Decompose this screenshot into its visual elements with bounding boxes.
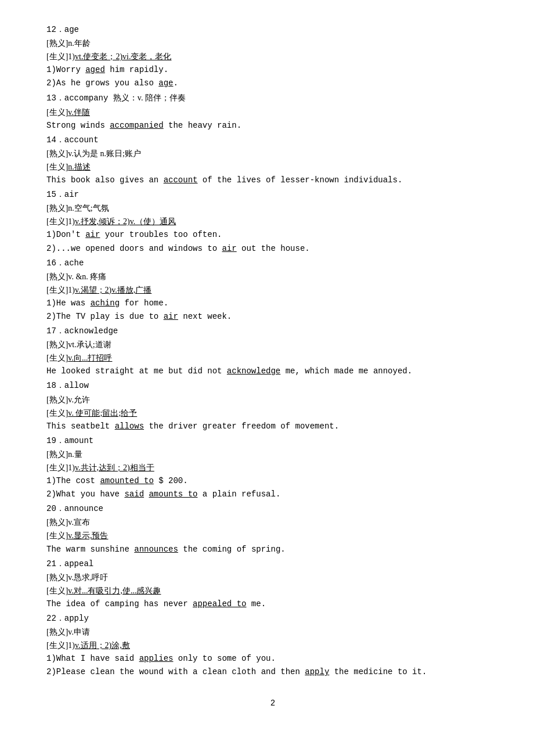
entry-14-familiar: [熟义]v.认为是 n.账日;账户 [46,147,499,160]
entry-17: 17．acknowledge [熟义]vt.承认;道谢 [生义]v.向...打招… [46,325,499,378]
entry-18-ex1: This seatbelt allows the driver greater … [46,420,499,433]
entry-16-header: 16．ache [46,257,499,270]
entry-15-ex1: 1)Don't air your troubles too often. [46,228,499,242]
entry-21-familiar: [熟义]v.恳求,呼吁 [46,571,499,584]
entry-18-new: [生义]v. 使可能;留出;给予 [46,406,499,420]
page-content: 12．age [熟义]n.年龄 [生义]1)vt.使变老；2)vi.变老，老化 … [46,23,499,710]
entry-13-ex1: Strong winds accompanied the heavy rain. [46,119,499,132]
entry-12-familiar: [熟义]n.年龄 [46,37,499,50]
entry-12-new: [生义]1)vt.使变老；2)vi.变老，老化 [46,50,499,63]
entry-22-header: 22．apply [46,612,499,625]
entry-20: 20．announce [熟义]v.宣布 [生义]v.显示,预告 The war… [46,502,499,556]
entry-12-header: 12．age [46,23,499,37]
entry-13-header: 13．accompany 熟义：v. 陪伴；伴奏 [46,91,499,105]
entry-17-new: [生义]v.向...打招呼 [46,351,499,365]
entry-16-new: [生义]1)v.渴望；2)v.播放,广播 [46,283,499,297]
entry-17-header: 17．acknowledge [46,325,499,338]
entry-19: 19．amount [熟义]n.量 [生义]1)v.共计,达到；2)相当于 1)… [46,434,499,501]
entry-22-new: [生义]1)v.适用；2)涂,敷 [46,639,499,652]
entry-22-ex2: 2)Please clean the wound with a clean cl… [46,665,499,679]
entry-14: 14．account [熟义]v.认为是 n.账日;账户 [生义]n.描述 Th… [46,134,499,187]
entry-13-new: [生义]v.伴随 [46,106,499,119]
entry-14-header: 14．account [46,134,499,147]
entry-20-ex1: The warm sunshine announces the coming o… [46,543,499,556]
entry-15: 15．air [熟义]n.空气;气氛 [生义]1)v.抒发,倾诉；2)v.（使）… [46,188,499,255]
entry-16-familiar: [熟义]v. &n. 疼痛 [46,270,499,283]
entry-14-new: [生义]n.描述 [46,160,499,174]
entry-13: 13．accompany 熟义：v. 陪伴；伴奏 [生义]v.伴随 Strong… [46,91,499,132]
entry-22-ex1: 1)What I have said applies only to some … [46,652,499,665]
entry-21-new: [生义]v.对...有吸引力,使...感兴趣 [46,584,499,597]
entry-16-ex2: 2)The TV play is due to air next week. [46,310,499,323]
entry-12-ex1: 1)Worry aged him rapidly. [46,63,499,77]
entry-19-familiar: [熟义]n.量 [46,448,499,461]
entry-21: 21．appeal [熟义]v.恳求,呼吁 [生义]v.对...有吸引力,使..… [46,557,499,611]
entry-19-ex2: 2)What you have said amounts to a plain … [46,488,499,501]
entry-22-familiar: [熟义]v.申请 [46,625,499,639]
entry-17-familiar: [熟义]vt.承认;道谢 [46,338,499,351]
entry-15-familiar: [熟义]n.空气;气氛 [46,201,499,215]
entry-15-ex2: 2)...we opened doors and windows to air … [46,242,499,255]
entry-20-header: 20．announce [46,502,499,516]
entry-12: 12．age [熟义]n.年龄 [生义]1)vt.使变老；2)vi.变老，老化 … [46,23,499,90]
entry-18: 18．allow [熟义]v.允许 [生义]v. 使可能;留出;给予 This … [46,379,499,433]
entry-22: 22．apply [熟义]v.申请 [生义]1)v.适用；2)涂,敷 1)Wha… [46,612,499,679]
entry-19-header: 19．amount [46,434,499,448]
entry-15-new: [生义]1)v.抒发,倾诉；2)v.（使）通风 [46,215,499,228]
entry-18-header: 18．allow [46,379,499,393]
entry-19-new: [生义]1)v.共计,达到；2)相当于 [46,461,499,474]
entry-18-familiar: [熟义]v.允许 [46,393,499,406]
entry-12-ex2: 2)As he grows you also age. [46,77,499,90]
entry-20-familiar: [熟义]v.宣布 [46,516,499,529]
entry-16: 16．ache [熟义]v. &n. 疼痛 [生义]1)v.渴望；2)v.播放,… [46,257,499,323]
entry-20-new: [生义]v.显示,预告 [46,529,499,542]
entry-17-ex1: He looked straight at me but did not ack… [46,365,499,378]
page-number: 2 [46,697,499,710]
entry-21-header: 21．appeal [46,557,499,571]
entry-15-header: 15．air [46,188,499,201]
entry-14-ex1: This book also gives an account of the l… [46,174,499,187]
entry-21-ex1: The idea of camping has never appealed t… [46,597,499,611]
entry-16-ex1: 1)He was aching for home. [46,297,499,310]
entry-19-ex1: 1)The cost amounted to $ 200. [46,474,499,488]
